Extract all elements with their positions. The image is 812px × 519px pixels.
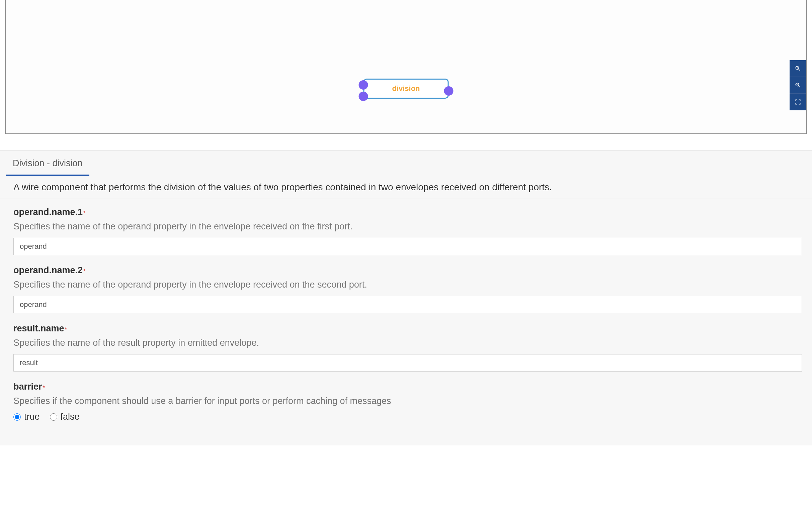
required-mark: * xyxy=(65,327,67,332)
canvas-area[interactable]: division xyxy=(5,0,807,134)
required-mark: * xyxy=(43,385,45,391)
input-result[interactable] xyxy=(13,354,802,371)
zoom-in-button[interactable] xyxy=(789,60,806,77)
zoom-in-icon xyxy=(794,65,801,72)
label-barrier: barrier xyxy=(13,381,42,392)
node-body[interactable]: division xyxy=(364,79,449,99)
zoom-out-icon xyxy=(794,82,801,89)
radio-true-label: true xyxy=(24,411,40,422)
zoom-controls xyxy=(789,60,806,110)
zoom-out-button[interactable] xyxy=(789,77,806,94)
form-group-operand2: operand.name.2* Specifies the name of th… xyxy=(13,265,812,313)
label-operand2: operand.name.2 xyxy=(13,265,83,276)
input-operand2[interactable] xyxy=(13,296,802,313)
radio-true[interactable] xyxy=(13,413,21,421)
help-operand1: Specifies the name of the operand proper… xyxy=(13,221,812,232)
radio-row-barrier: true false xyxy=(13,411,812,422)
output-port[interactable] xyxy=(444,86,454,96)
help-barrier: Specifies if the component should use a … xyxy=(13,396,812,406)
properties-panel: Division - division A wire component tha… xyxy=(0,151,812,446)
label-operand1: operand.name.1 xyxy=(13,207,83,217)
help-operand2: Specifies the name of the operand proper… xyxy=(13,280,812,290)
radio-option-true[interactable]: true xyxy=(13,411,40,422)
input-port-2[interactable] xyxy=(359,92,368,101)
input-port-1[interactable] xyxy=(359,80,368,90)
form-group-operand1: operand.name.1* Specifies the name of th… xyxy=(13,207,812,255)
radio-false[interactable] xyxy=(50,413,57,421)
help-result: Specifies the name of the result propert… xyxy=(13,338,812,348)
label-result: result.name xyxy=(13,324,64,334)
radio-option-false[interactable]: false xyxy=(50,411,80,422)
input-operand1[interactable] xyxy=(13,238,802,255)
radio-false-label: false xyxy=(61,411,80,422)
component-description: A wire component that performs the divis… xyxy=(0,176,812,199)
form-body: operand.name.1* Specifies the name of th… xyxy=(0,199,812,422)
zoom-fit-button[interactable] xyxy=(789,94,806,110)
form-group-result: result.name* Specifies the name of the r… xyxy=(13,324,812,371)
tab-division[interactable]: Division - division xyxy=(6,151,89,176)
tab-label: Division - division xyxy=(13,158,83,168)
required-mark: * xyxy=(83,210,85,216)
expand-icon xyxy=(794,99,801,105)
form-group-barrier: barrier* Specifies if the component shou… xyxy=(13,381,812,422)
node-label: division xyxy=(392,84,420,93)
required-mark: * xyxy=(83,269,85,274)
tab-bar: Division - division xyxy=(6,151,812,176)
wire-node-division[interactable]: division xyxy=(364,79,449,99)
